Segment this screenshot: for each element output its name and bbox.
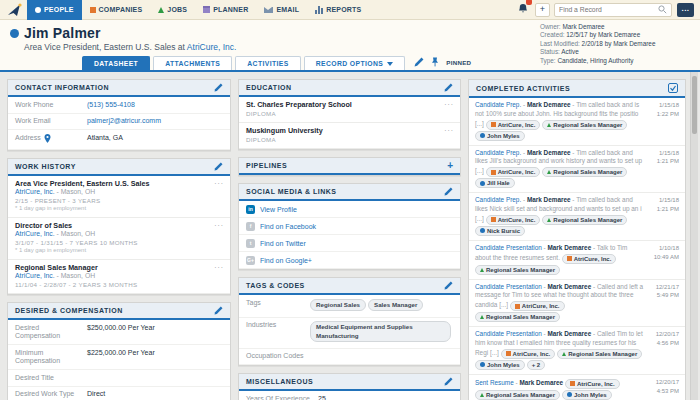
overflow-menu-button[interactable]: ... (677, 3, 694, 17)
activity-tag[interactable]: Regional Sales Manager (557, 349, 642, 359)
tag-kind-icon (567, 392, 572, 397)
nav-item[interactable]: EMAIL (256, 0, 307, 20)
social-link[interactable]: G+ Find on Google+ (239, 252, 460, 269)
activity-tag[interactable]: Regional Sales Manager (475, 312, 560, 322)
tab[interactable]: DATASHEET (82, 56, 150, 70)
activity-type-link[interactable]: Candidate Prep. (475, 101, 521, 108)
scrollbar[interactable] (690, 72, 698, 400)
social-link[interactable]: t Find on Twitter (239, 235, 460, 252)
field-value[interactable]: Direct (87, 390, 105, 399)
nav-item[interactable]: COMPANIES (82, 0, 151, 20)
record-name: Jim Palmer (24, 25, 101, 41)
activity-type-link[interactable]: Candidate Presentation (475, 283, 542, 290)
field-value[interactable]: (513) 555-4108 (87, 101, 135, 110)
add-icon[interactable]: + (447, 161, 453, 170)
entry-menu-icon[interactable]: ... (214, 177, 224, 186)
record-options-dropdown[interactable]: RECORD OPTIONS (304, 56, 406, 70)
field-value[interactable]: palmerj2@atricur.comm (87, 117, 161, 126)
tag-kind-icon (480, 228, 485, 233)
tag-row: Occupation Codes (239, 349, 460, 366)
edit-icon[interactable] (214, 83, 223, 92)
field-value[interactable]: Atlanta, GA (87, 134, 123, 143)
edit-record-icon[interactable] (414, 57, 424, 67)
activity-tag-extra[interactable]: + 2 (527, 360, 546, 370)
activity-tag[interactable]: AtriCure, Inc. (565, 379, 620, 389)
activity-tag[interactable]: AtriCure, Inc. (510, 301, 565, 311)
activity-type-link[interactable]: Candidate Presentation (475, 244, 542, 251)
activity-type-link[interactable]: Sent Resume (475, 379, 514, 386)
activity-tag[interactable]: Regional Sales Manager (475, 265, 560, 275)
field-row: Desired Compensation $250,000.00 Per Yea… (8, 320, 230, 345)
edit-icon[interactable] (444, 281, 453, 290)
activity-tag[interactable]: AtriCure, Inc. (562, 254, 617, 264)
location-pin-icon[interactable] (44, 134, 51, 146)
tab[interactable]: ATTACHMENTS (153, 56, 232, 70)
field-value[interactable]: $225,000.00 Per Year (87, 349, 155, 358)
social-link[interactable]: f Find on Facebook (239, 218, 460, 235)
field-row: Work Email palmerj2@atricur.comm (8, 114, 230, 131)
activity-tag[interactable]: Regional Sales Manager (542, 167, 627, 177)
company-link[interactable]: AtriCure, Inc. (187, 42, 237, 52)
meta-line: Owner: Mark Demaree (540, 23, 692, 31)
search-icon (658, 5, 667, 14)
activity-tag[interactable]: Jill Hale (475, 178, 515, 188)
nav-item[interactable]: PEOPLE (27, 0, 82, 20)
meta-line: Status: Active (540, 48, 692, 56)
activity-tag[interactable]: AtriCure, Inc. (486, 167, 541, 177)
nav-item[interactable]: REPORTS (307, 0, 369, 20)
field-value[interactable]: $250,000.00 Per Year (87, 324, 155, 333)
activity-tag[interactable]: AtriCure, Inc. (486, 120, 541, 130)
tag-kind-icon (480, 315, 484, 319)
checkbox-icon[interactable] (668, 83, 678, 93)
activity-tag[interactable]: AtriCure, Inc. (501, 349, 556, 359)
find-record-input[interactable] (559, 6, 658, 13)
activity-type-link[interactable]: Candidate Prep. (475, 149, 521, 156)
scrollbar-thumb[interactable] (692, 76, 697, 134)
activity-tag[interactable]: John Myles (562, 390, 612, 400)
activity-entry: Candidate Prep. - Mark Demaree - Tim cal… (469, 193, 685, 241)
tag-pill[interactable]: Medical Equipment and Supplies Manufactu… (310, 321, 451, 342)
social-link[interactable]: in View Profile (239, 201, 460, 218)
activity-tag[interactable]: John Myles (475, 360, 525, 370)
pin-icon[interactable] (431, 57, 439, 67)
company-link[interactable]: AtriCure, Inc. (15, 188, 55, 195)
activity-tag[interactable]: AtriCure, Inc. (486, 215, 541, 225)
record-header: Jim Palmer Area Vice President, Eastern … (0, 20, 700, 72)
activity-tag[interactable]: Regional Sales Manager (542, 120, 627, 130)
notifications-bell-icon[interactable] (517, 1, 529, 19)
entry-menu-icon[interactable]: ... (214, 219, 224, 228)
add-record-button[interactable]: + (535, 3, 550, 17)
edit-icon[interactable] (444, 377, 453, 386)
edit-icon[interactable] (444, 83, 453, 92)
entry-menu-icon[interactable]: ... (444, 98, 454, 107)
tab[interactable]: ACTIVITIES (235, 56, 300, 70)
social-network-icon: f (246, 222, 255, 231)
entry-menu-icon[interactable]: ... (444, 124, 454, 133)
nav-item-label: REPORTS (326, 6, 361, 13)
field-value[interactable]: 25 (318, 395, 326, 400)
activity-tag[interactable]: Nick Bursic (475, 226, 525, 236)
nav-item-label: PEOPLE (44, 6, 74, 13)
tag-pill[interactable]: Sales Manager (368, 299, 423, 312)
meta-line: Created: 12/5/17 by Mark Demaree (540, 31, 692, 39)
activity-type-link[interactable]: Candidate Prep. (475, 196, 521, 203)
activity-timestamp: 12/21/17 5:49 PM (645, 283, 679, 323)
edit-icon[interactable] (214, 162, 223, 171)
nav-item-icon (158, 7, 164, 13)
nav-item[interactable]: PLANNER (195, 0, 256, 20)
tag-kind-icon (491, 217, 496, 222)
edit-icon[interactable] (444, 187, 453, 196)
company-link[interactable]: AtriCure, Inc. (15, 230, 55, 237)
activity-entry: Candidate Prep. - Mark Demaree - Tim cal… (469, 146, 685, 194)
nav-item[interactable]: JOBS (150, 0, 195, 20)
activity-tag[interactable]: Regional Sales Manager (475, 390, 560, 400)
education-entry: St. Charles Preparatory School DIPLOMA .… (239, 97, 460, 123)
tag-pill[interactable]: Regional Sales (310, 299, 366, 312)
entry-menu-icon[interactable]: ... (214, 261, 224, 270)
app-logo-icon[interactable] (7, 3, 22, 17)
activity-tag[interactable]: Regional Sales Manager (542, 215, 627, 225)
activity-tag[interactable]: John Myles (475, 131, 525, 141)
company-link[interactable]: AtriCure, Inc. (15, 272, 55, 279)
edit-icon[interactable] (214, 306, 223, 315)
activity-type-link[interactable]: Candidate Presentation (475, 330, 542, 337)
